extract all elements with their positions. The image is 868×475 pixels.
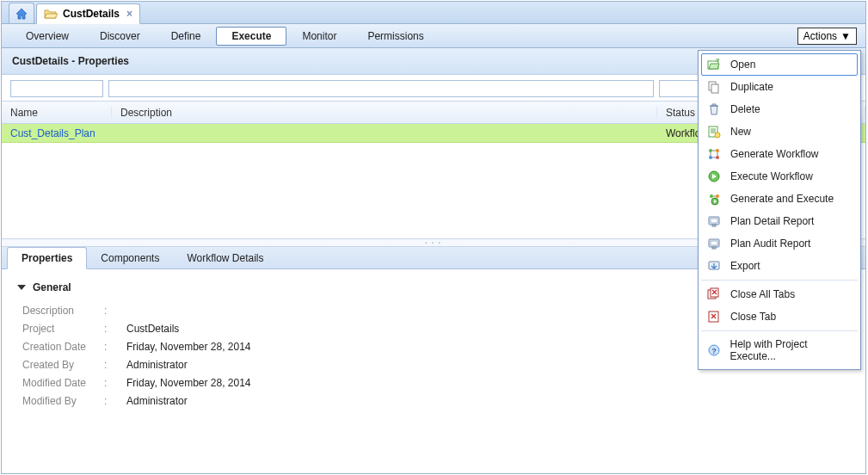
col-description[interactable]: Description: [112, 107, 657, 119]
nav-discover[interactable]: Discover: [84, 27, 156, 46]
main-tab-label: CustDetails: [63, 8, 120, 20]
actions-menu: OpenDuplicateDeleteNewGenerate WorkflowE…: [698, 50, 861, 370]
nav-bar: Overview Discover Define Execute Monitor…: [2, 24, 865, 48]
svg-point-5: [709, 149, 712, 152]
svg-rect-2: [711, 84, 718, 93]
menu-item-close-tab[interactable]: Close Tab: [701, 305, 858, 328]
menu-item-help-with-project-execute[interactable]: ?Help with Project Execute...: [701, 334, 858, 367]
open-icon: [706, 58, 722, 71]
nav-permissions[interactable]: Permissions: [352, 27, 439, 46]
generate-workflow-icon: [706, 147, 722, 161]
svg-rect-14: [711, 219, 717, 223]
svg-point-11: [716, 194, 719, 198]
svg-text:?: ?: [711, 347, 717, 355]
menu-item-label: Open: [730, 59, 755, 71]
svg-point-4: [715, 133, 720, 138]
section-title: General: [33, 281, 71, 293]
actions-button[interactable]: Actions ▼: [797, 28, 857, 45]
home-icon: [15, 7, 28, 21]
menu-item-label: New: [730, 126, 751, 138]
menu-item-duplicate[interactable]: Duplicate: [701, 76, 858, 98]
main-tab[interactable]: CustDetails ×: [36, 3, 140, 24]
nav-monitor[interactable]: Monitor: [286, 27, 352, 46]
menu-item-label: Generate and Execute: [730, 193, 834, 205]
new-icon: [706, 125, 722, 139]
duplicate-icon: [706, 80, 722, 94]
menu-item-label: Generate Workflow: [730, 148, 819, 160]
menu-item-label: Help with Project Execute...: [729, 338, 853, 362]
row-name[interactable]: Cust_Details_Plan: [2, 127, 112, 139]
nav-execute[interactable]: Execute: [216, 27, 286, 46]
tab-components[interactable]: Components: [87, 248, 173, 268]
menu-item-label: Close Tab: [730, 311, 776, 323]
menu-item-new[interactable]: New: [701, 120, 858, 143]
svg-point-8: [716, 156, 719, 159]
menu-item-close-all-tabs[interactable]: Close All Tabs: [701, 283, 858, 305]
menu-item-label: Plan Audit Report: [730, 238, 810, 250]
close-tab-icon: [706, 310, 722, 324]
menu-item-export[interactable]: Export: [701, 255, 858, 277]
menu-item-label: Execute Workflow: [730, 170, 813, 182]
top-tab-bar: CustDetails ×: [2, 2, 865, 24]
collapse-icon: [17, 285, 26, 290]
menu-item-label: Export: [730, 260, 760, 272]
svg-point-7: [709, 156, 712, 159]
actions-label: Actions: [803, 30, 837, 42]
menu-item-label: Close All Tabs: [730, 288, 795, 300]
menu-separator: [701, 280, 858, 281]
svg-point-10: [710, 194, 713, 198]
menu-item-label: Plan Detail Report: [730, 215, 814, 227]
folder-open-icon: [44, 8, 58, 20]
chevron-down-icon: ▼: [840, 30, 851, 42]
generate-execute-icon: [706, 192, 722, 206]
col-name[interactable]: Name: [2, 107, 112, 119]
menu-item-execute-workflow[interactable]: Execute Workflow: [701, 165, 858, 188]
delete-icon: [706, 102, 722, 116]
prop-modified-by: Modified By : Administrator: [22, 392, 850, 410]
menu-item-label: Delete: [730, 103, 760, 115]
nav-overview[interactable]: Overview: [10, 27, 84, 46]
execute-workflow-icon: [706, 170, 722, 183]
menu-item-open[interactable]: Open: [701, 53, 858, 76]
close-all-tabs-icon: [706, 287, 722, 301]
help-icon: ?: [706, 343, 721, 357]
svg-point-6: [716, 149, 719, 152]
tab-properties[interactable]: Properties: [7, 247, 87, 269]
filter-name-input[interactable]: [10, 80, 103, 97]
home-button[interactable]: [9, 3, 34, 23]
report-icon: [706, 214, 722, 228]
svg-rect-15: [712, 225, 716, 226]
filter-description-input[interactable]: [108, 80, 654, 97]
close-icon[interactable]: ×: [126, 8, 132, 20]
tab-workflow-details[interactable]: Workflow Details: [173, 248, 277, 268]
nav-define[interactable]: Define: [156, 27, 217, 46]
menu-item-generate-workflow[interactable]: Generate Workflow: [701, 143, 858, 165]
svg-rect-17: [711, 241, 717, 245]
prop-modified-date: Modified Date : Friday, November 28, 201…: [22, 374, 850, 392]
menu-item-label: Duplicate: [730, 81, 773, 93]
report-icon: [706, 237, 722, 250]
menu-item-plan-detail-report[interactable]: Plan Detail Report: [701, 210, 858, 232]
svg-rect-18: [712, 247, 716, 249]
menu-item-delete[interactable]: Delete: [701, 98, 858, 120]
menu-item-plan-audit-report[interactable]: Plan Audit Report: [701, 232, 858, 255]
export-icon: [706, 259, 722, 273]
menu-item-generate-and-execute[interactable]: Generate and Execute: [701, 188, 858, 210]
menu-separator: [701, 330, 858, 331]
